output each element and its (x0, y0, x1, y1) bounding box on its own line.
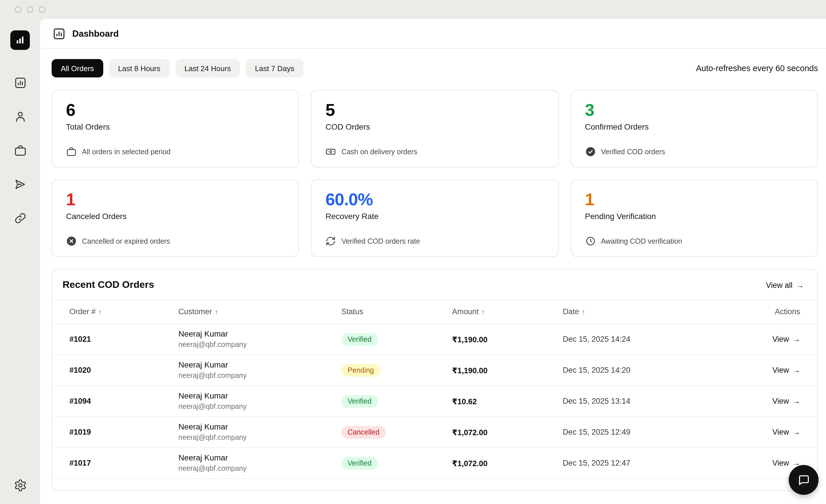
stat-note: Awaiting COD verification (585, 236, 682, 247)
column-header-actions: Actions (775, 307, 800, 316)
stat-note: Cancelled or expired orders (66, 236, 170, 247)
stat-note: Verified COD orders (585, 146, 665, 157)
tab-last-24-hours[interactable]: Last 24 Hours (175, 59, 240, 77)
page-header: Dashboard (40, 19, 826, 49)
stat-label: Total Orders (66, 122, 285, 131)
sort-asc-icon: ↑ (481, 308, 485, 316)
view-order-link[interactable]: View→ (772, 459, 800, 467)
customer-name: Neeraj Kumar (178, 422, 341, 432)
main-area: Dashboard All Orders Last 8 Hours Last 2… (40, 19, 826, 504)
status-badge: Pending (341, 364, 380, 376)
sort-asc-icon: ↑ (582, 308, 585, 316)
stat-note: Verified COD orders rate (326, 236, 420, 247)
stat-note-text: Awaiting COD verification (601, 237, 682, 245)
view-order-link[interactable]: View→ (772, 397, 800, 405)
sidebar-item-settings[interactable] (13, 478, 27, 493)
status-badge: Verified (341, 395, 378, 407)
stat-card-recovery-rate: 60.0% Recovery Rate Verified COD orders … (311, 180, 559, 257)
arrow-right-icon: → (796, 281, 804, 289)
customer-name: Neeraj Kumar (178, 391, 341, 401)
view-order-link[interactable]: View→ (772, 428, 800, 436)
customer-cell: Neeraj Kumar neeraj@qbf.company (178, 360, 341, 380)
briefcase-icon (13, 144, 27, 157)
refresh-icon (326, 236, 337, 247)
table-row: #1094 Neeraj Kumar neeraj@qbf.company Ve… (52, 386, 817, 417)
order-amount: ₹1,190.00 (452, 366, 563, 375)
stats-grid: 6 Total Orders All orders in selected pe… (52, 90, 818, 257)
view-order-link[interactable]: View→ (772, 335, 800, 343)
window-minimize-button[interactable] (27, 6, 33, 13)
column-header-customer[interactable]: Customer↑ (178, 307, 341, 316)
stat-label: COD Orders (326, 122, 544, 131)
order-id: #1021 (69, 335, 178, 343)
column-header-amount[interactable]: Amount↑ (452, 307, 563, 316)
customer-name: Neeraj Kumar (178, 329, 341, 339)
sidebar-nav (13, 75, 27, 225)
stat-value: 3 (585, 100, 804, 119)
tab-last-8-hours[interactable]: Last 8 Hours (109, 59, 170, 77)
status-badge: Cancelled (341, 426, 386, 438)
order-id: #1019 (69, 428, 178, 436)
customer-cell: Neeraj Kumar neeraj@qbf.company (178, 422, 341, 442)
customer-email: neeraj@qbf.company (178, 372, 341, 380)
stat-value: 1 (66, 190, 285, 209)
orders-table-footer (52, 479, 817, 490)
stat-value: 1 (585, 190, 804, 209)
arrow-right-icon: → (792, 335, 800, 343)
sidebar-item-send[interactable] (13, 177, 27, 191)
dashboard-icon (13, 76, 27, 89)
stat-value: 6 (66, 100, 285, 119)
column-header-order[interactable]: Order #↑ (69, 307, 178, 316)
banknote-icon (326, 146, 337, 157)
order-amount: ₹1,072.00 (452, 428, 563, 437)
customer-email: neeraj@qbf.company (178, 464, 341, 473)
customer-cell: Neeraj Kumar neeraj@qbf.company (178, 329, 341, 349)
stat-note-text: Verified COD orders (601, 148, 665, 156)
send-icon (13, 178, 27, 191)
sidebar-item-links[interactable] (13, 210, 27, 225)
app-logo[interactable] (10, 30, 30, 50)
customer-cell: Neeraj Kumar neeraj@qbf.company (178, 391, 341, 411)
customer-name: Neeraj Kumar (178, 360, 341, 370)
person-icon (13, 110, 27, 123)
check-circle-icon (585, 146, 596, 157)
stat-note: Cash on delivery orders (326, 146, 417, 157)
stat-card-total-orders: 6 Total Orders All orders in selected pe… (52, 90, 299, 168)
view-all-link[interactable]: View all → (766, 281, 804, 289)
app-window: Dashboard All Orders Last 8 Hours Last 2… (0, 0, 826, 504)
order-date: Dec 15, 2025 12:49 (563, 428, 732, 436)
window-close-button[interactable] (15, 6, 21, 13)
page-content: All Orders Last 8 Hours Last 24 Hours La… (40, 49, 826, 500)
tab-all-orders[interactable]: All Orders (52, 59, 103, 77)
arrow-right-icon: → (792, 428, 800, 436)
order-date: Dec 15, 2025 13:14 (563, 397, 732, 405)
stat-label: Confirmed Orders (585, 122, 804, 131)
window-zoom-button[interactable] (39, 6, 45, 13)
recent-cod-orders-card: Recent COD Orders View all → Order #↑ Cu… (52, 269, 818, 491)
filter-row: All Orders Last 8 Hours Last 24 Hours La… (52, 59, 818, 77)
bar-chart-icon (14, 35, 26, 46)
view-order-link[interactable]: View→ (772, 366, 800, 374)
customer-email: neeraj@qbf.company (178, 340, 341, 349)
sidebar-item-dashboard[interactable] (13, 75, 27, 90)
orders-table-header: Order #↑ Customer↑ Status Amount↑ Date↑ … (52, 300, 817, 324)
table-row: #1020 Neeraj Kumar neeraj@qbf.company Pe… (52, 355, 817, 386)
briefcase-icon (66, 146, 77, 157)
window-titlebar (0, 0, 826, 19)
order-id: #1094 (69, 397, 178, 405)
stat-note-text: All orders in selected period (82, 148, 171, 156)
tab-last-7-days[interactable]: Last 7 Days (246, 59, 303, 77)
orders-card-header: Recent COD Orders View all → (52, 269, 817, 300)
sidebar-item-orders[interactable] (13, 143, 27, 158)
order-date: Dec 15, 2025 14:24 (563, 335, 732, 343)
auto-refresh-note: Auto-refreshes every 60 seconds (696, 64, 818, 73)
column-header-date[interactable]: Date↑ (563, 307, 732, 316)
table-row: #1021 Neeraj Kumar neeraj@qbf.company Ve… (52, 324, 817, 355)
stat-note-text: Cancelled or expired orders (82, 237, 170, 245)
stat-note-text: Verified COD orders rate (342, 237, 420, 245)
sidebar-item-customers[interactable] (13, 109, 27, 124)
chat-button[interactable] (789, 465, 819, 495)
dashboard-icon (52, 27, 66, 41)
stat-value: 60.0% (326, 190, 544, 209)
status-badge: Verified (341, 457, 378, 469)
